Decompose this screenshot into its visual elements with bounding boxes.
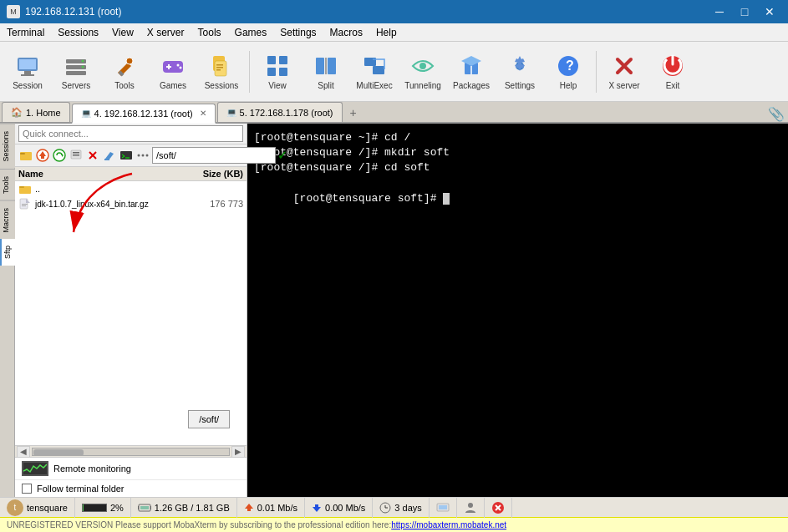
svg-point-57 (146, 155, 149, 157)
svg-rect-24 (279, 68, 287, 76)
menu-help[interactable]: Help (369, 23, 404, 42)
minimize-button[interactable]: ─ (708, 3, 731, 21)
toolbar-tunneling[interactable]: Tunneling (400, 46, 445, 98)
sftp-refresh[interactable] (52, 146, 67, 165)
toolbar-xserver[interactable]: X server (602, 46, 647, 98)
sftp-item-jdk[interactable]: jdk-11.0.7_linux-x64_bin.tar.gz 176 773 (15, 196, 247, 211)
menu-settings[interactable]: Settings (273, 23, 323, 42)
svg-point-56 (142, 155, 145, 157)
toolbar-settings[interactable]: Settings (497, 46, 542, 98)
side-tab-sftp[interactable]: Sftp (0, 239, 15, 266)
toolbar-sessions[interactable]: Sessions (199, 46, 244, 98)
sftp-confirm[interactable]: ✓ (277, 146, 287, 165)
toolbar-help[interactable]: ? Help (546, 46, 591, 98)
toolbar-tools[interactable]: Tools (102, 46, 147, 98)
menu-tools[interactable]: Tools (191, 23, 228, 42)
svg-rect-60 (19, 186, 24, 188)
sftp-new-folder[interactable] (18, 146, 33, 165)
scroll-right-button[interactable]: ▶ (231, 446, 245, 458)
tab-ssh-178[interactable]: 💻 5. 172.168.1.178 (root) (217, 102, 343, 122)
upload-icon (244, 503, 254, 513)
sftp-panel: ✓ Name Size (KB) .. (15, 124, 247, 497)
menu-view[interactable]: View (105, 23, 140, 42)
scrollbar-thumb[interactable] (33, 449, 84, 456)
file-icon (18, 197, 32, 210)
svg-marker-32 (461, 56, 481, 66)
scrollbar-track[interactable] (32, 448, 230, 456)
tab-home[interactable]: 🏠 1. Home (2, 102, 70, 122)
sftp-open-terminal[interactable] (119, 146, 134, 165)
tab-add-button[interactable]: + (344, 104, 363, 122)
sftp-path-input[interactable] (152, 147, 276, 164)
toolbar: Session Servers Tools Games Sessions Vie… (0, 42, 788, 102)
svg-point-55 (138, 155, 140, 157)
ram-icon (138, 503, 151, 513)
monitoring-graph-icon (22, 461, 48, 476)
menu-xserver[interactable]: X server (140, 23, 191, 42)
status-extra1 (430, 498, 457, 518)
svg-text:?: ? (566, 58, 574, 73)
status-ram-text: 1.26 GB / 1.81 GB (155, 503, 230, 513)
games-icon (160, 53, 186, 79)
status-ram: 1.26 GB / 1.81 GB (131, 498, 237, 518)
toolbar-games[interactable]: Games (150, 46, 196, 98)
follow-terminal-btn[interactable]: Follow terminal folder (15, 480, 247, 497)
sftp-scrollbar-horizontal[interactable]: ◀ ▶ (15, 445, 247, 457)
tab-close-131[interactable]: ✕ (200, 109, 206, 118)
tunneling-icon (409, 53, 436, 79)
svg-rect-23 (267, 68, 276, 76)
close-button[interactable]: ✕ (758, 3, 781, 21)
svg-rect-78 (439, 505, 447, 509)
svg-rect-64 (22, 205, 26, 206)
toolbar-session[interactable]: Session (5, 46, 50, 98)
toolbar-multiexec[interactable]: MultiExec (352, 46, 397, 98)
remote-monitoring-btn[interactable]: Remote monitoring (15, 458, 247, 480)
sftp-col-size[interactable]: Size (KB) (185, 169, 243, 179)
home-icon: 🏠 (11, 107, 23, 118)
quick-connect-input[interactable] (18, 125, 243, 142)
sftp-rename[interactable] (102, 146, 117, 165)
svg-rect-1 (19, 59, 36, 69)
toolbar-exit[interactable]: Exit (650, 46, 695, 98)
menu-macros[interactable]: Macros (323, 23, 369, 42)
svg-rect-20 (216, 69, 221, 71)
svg-rect-21 (267, 56, 276, 64)
svg-marker-70 (245, 504, 253, 509)
split-icon (313, 53, 339, 79)
side-tab-sessions[interactable]: Sessions (0, 124, 15, 169)
side-tab-tools[interactable]: Tools (0, 169, 15, 200)
remote-monitoring-label: Remote monitoring (53, 464, 131, 474)
view-icon (264, 53, 291, 79)
toolbar-packages[interactable]: Packages (449, 46, 494, 98)
toolbar-split[interactable]: Split (303, 46, 348, 98)
sftp-empty-area: /soft/ (15, 313, 247, 445)
sftp-item-parent[interactable]: .. (15, 181, 247, 196)
svg-rect-65 (23, 463, 47, 474)
tab-ssh-131[interactable]: 💻 4. 192.168.12.131 (root) ✕ (72, 104, 216, 124)
sftp-more[interactable] (135, 146, 150, 165)
menu-games[interactable]: Games (228, 23, 274, 42)
scroll-left-button[interactable]: ◀ (17, 446, 30, 458)
terminal-panel[interactable]: [root@tensquare ~]# cd / [root@tensquare… (247, 124, 788, 497)
svg-rect-3 (21, 74, 34, 76)
svg-point-79 (468, 503, 473, 508)
toolbar-servers[interactable]: Servers (53, 46, 99, 98)
toolbar-view[interactable]: View (255, 46, 300, 98)
follow-checkbox[interactable] (22, 484, 32, 494)
side-tab-macros[interactable]: Macros (0, 200, 15, 240)
cpu-progress-bar (82, 504, 107, 512)
sftp-delete[interactable] (85, 146, 100, 165)
svg-rect-69 (150, 506, 151, 509)
sftp-col-name[interactable]: Name (18, 169, 185, 179)
sftp-download[interactable] (69, 146, 84, 165)
sessions-icon (208, 53, 235, 79)
sftp-column-headers: Name Size (KB) (15, 167, 247, 181)
sftp-upload[interactable] (35, 146, 50, 165)
maximize-button[interactable]: □ (733, 3, 756, 21)
unreg-link[interactable]: https://mobaxterm.mobatek.net (391, 520, 506, 529)
vertical-side-tabs: Sessions Tools Macros Sftp (0, 124, 15, 497)
status-upload-text: 0.01 Mb/s (257, 503, 297, 513)
menu-terminal[interactable]: Terminal (0, 23, 51, 42)
tab-attach-button[interactable]: 📎 (768, 106, 785, 122)
menu-sessions[interactable]: Sessions (51, 23, 105, 42)
